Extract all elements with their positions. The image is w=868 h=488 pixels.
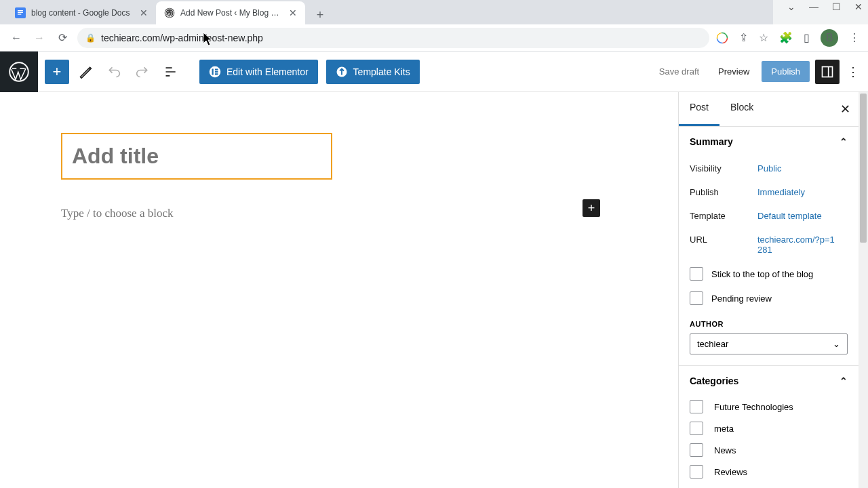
stick-top-checkbox[interactable]	[690, 267, 703, 281]
visibility-row: Visibility Public	[690, 157, 848, 180]
extensions-icon[interactable]: 🧩	[779, 31, 793, 44]
panel-icon[interactable]: ▯	[804, 31, 810, 44]
elementor-icon	[209, 66, 221, 78]
redo-icon[interactable]	[130, 60, 155, 84]
profile-avatar[interactable]: B	[821, 29, 838, 47]
share-icon[interactable]: ⇪	[739, 31, 748, 44]
close-sidebar-icon[interactable]: ✕	[832, 92, 859, 126]
scrollbar-thumb[interactable]	[860, 94, 867, 243]
category-checkbox[interactable]	[690, 422, 703, 435]
url-row: URL techiearc.com/?p=1281	[690, 228, 848, 262]
tab-post[interactable]: Post	[679, 92, 719, 126]
category-row[interactable]: Reviews	[690, 461, 848, 483]
sidebar-tabs: Post Block ✕	[679, 92, 859, 127]
url-input[interactable]: 🔒 techiearc.com/wp-admin/post-new.php	[77, 28, 709, 48]
template-kits-button[interactable]: Template Kits	[326, 60, 420, 84]
address-bar: ← → ⟳ 🔒 techiearc.com/wp-admin/post-new.…	[0, 24, 868, 52]
add-block-toolbar-button[interactable]: +	[45, 60, 69, 84]
post-title-input[interactable]: Add title	[61, 133, 332, 180]
svg-rect-17	[823, 66, 833, 77]
preview-button[interactable]: Preview	[711, 61, 756, 82]
svg-rect-2	[18, 12, 23, 13]
svg-rect-12	[212, 68, 214, 75]
svg-rect-3	[18, 14, 21, 14]
svg-rect-13	[215, 68, 218, 70]
svg-rect-14	[215, 70, 218, 72]
tab-search-icon[interactable]: ⌄	[787, 1, 795, 12]
category-checkbox[interactable]	[690, 443, 703, 457]
publish-value[interactable]: Immediately	[757, 187, 805, 197]
browser-right-icons: ⇪ ☆ 🧩 ▯ B ⋮	[716, 29, 860, 47]
google-icon[interactable]	[716, 32, 728, 44]
browser-menu-icon[interactable]: ⋮	[849, 31, 860, 44]
gdoc-favicon-icon	[15, 7, 26, 18]
svg-rect-15	[215, 73, 218, 75]
wp-favicon-icon	[164, 7, 175, 18]
category-checkbox[interactable]	[690, 465, 703, 479]
scrollbar-track[interactable]	[859, 92, 868, 488]
settings-sidebar: Post Block ✕ Summary ⌃ Visibility Public…	[678, 92, 868, 488]
tab-close-icon[interactable]: ✕	[289, 7, 297, 18]
reload-icon[interactable]: ⟳	[54, 31, 71, 44]
category-row[interactable]: News	[690, 439, 848, 461]
categories-panel-header[interactable]: Categories ⌃	[679, 366, 859, 396]
editor-workspace: Add title Type / to choose a block + Pos…	[0, 92, 868, 488]
add-block-inline-button[interactable]: +	[583, 199, 600, 217]
new-tab-button[interactable]: +	[311, 5, 330, 24]
summary-panel: Summary ⌃ Visibility Public Publish Imme…	[679, 127, 859, 366]
wp-logo[interactable]	[0, 52, 38, 92]
close-window-icon[interactable]: ✕	[854, 1, 863, 12]
template-kits-icon	[336, 66, 348, 78]
maximize-icon[interactable]: ☐	[832, 1, 841, 12]
pending-review-row[interactable]: Pending review	[690, 286, 848, 310]
more-options-icon[interactable]: ⋮	[845, 64, 861, 79]
bookmark-icon[interactable]: ☆	[759, 31, 768, 44]
svg-rect-1	[18, 10, 23, 11]
browser-tab-gdocs[interactable]: blog content - Google Docs ✕	[7, 1, 156, 24]
wp-editor-toolbar: + Edit with Elementor Template Kits Save…	[0, 52, 868, 92]
tools-icon[interactable]	[73, 60, 98, 84]
back-icon[interactable]: ←	[8, 32, 24, 44]
document-overview-icon[interactable]	[159, 60, 183, 84]
visibility-value[interactable]: Public	[757, 163, 781, 174]
category-row[interactable]: Future Technologies	[690, 396, 848, 418]
category-row[interactable]: meta	[690, 418, 848, 439]
save-draft-button[interactable]: Save draft	[652, 61, 706, 82]
categories-panel: Categories ⌃ Future Technologies meta Ne…	[679, 366, 859, 488]
publish-row: Publish Immediately	[690, 180, 848, 204]
author-select[interactable]: techiear ⌄	[690, 333, 848, 354]
tab-strip: blog content - Google Docs ✕ Add New Pos…	[0, 0, 773, 24]
settings-panel-toggle[interactable]	[815, 60, 840, 84]
category-checkbox[interactable]	[690, 400, 703, 413]
browser-tab-wordpress[interactable]: Add New Post ‹ My Blog — Wor ✕	[156, 1, 305, 24]
forward-icon[interactable]: →	[31, 32, 47, 44]
lock-icon: 🔒	[85, 33, 96, 43]
minimize-icon[interactable]: —	[809, 1, 818, 12]
tab-close-icon[interactable]: ✕	[140, 7, 148, 18]
chevron-up-icon: ⌃	[840, 136, 848, 147]
chevron-down-icon: ⌄	[833, 339, 840, 349]
url-value[interactable]: techiearc.com/?p=1281	[757, 235, 839, 255]
chevron-up-icon: ⌃	[840, 375, 848, 386]
wordpress-logo-icon	[9, 62, 29, 82]
url-text: techiearc.com/wp-admin/post-new.php	[101, 33, 263, 43]
edit-with-elementor-button[interactable]: Edit with Elementor	[199, 60, 318, 84]
publish-button[interactable]: Publish	[762, 61, 810, 82]
undo-icon[interactable]	[102, 60, 126, 84]
summary-panel-header[interactable]: Summary ⌃	[679, 127, 859, 157]
pending-review-checkbox[interactable]	[690, 291, 703, 305]
stick-top-row[interactable]: Stick to the top of the blog	[690, 262, 848, 286]
tab-block[interactable]: Block	[719, 92, 764, 126]
author-label: AUTHOR	[690, 320, 848, 328]
block-prompt[interactable]: Type / to choose a block	[61, 207, 637, 220]
template-row: Template Default template	[690, 204, 848, 228]
template-value[interactable]: Default template	[757, 211, 822, 221]
editor-canvas[interactable]: Add title Type / to choose a block +	[0, 92, 678, 488]
tab-title: Add New Post ‹ My Blog — Wor	[180, 8, 283, 18]
tab-title: blog content - Google Docs	[31, 8, 134, 18]
